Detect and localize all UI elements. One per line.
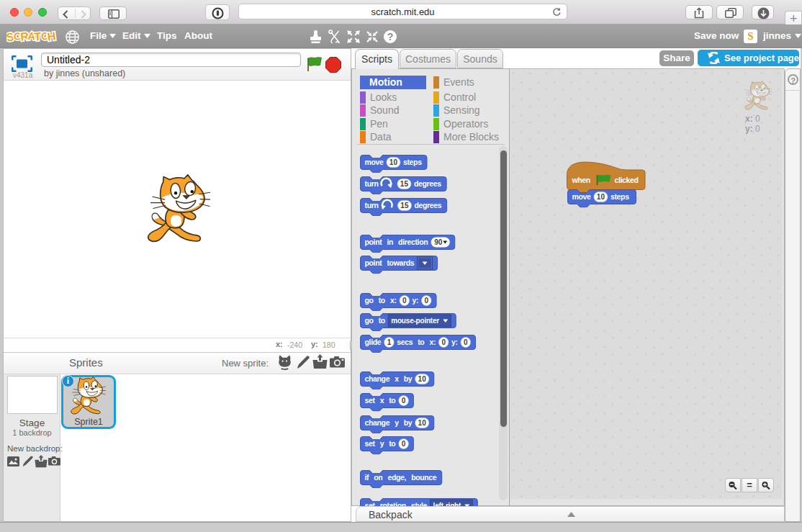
svg-text:point towards: point towards — [365, 259, 415, 267]
svg-text:1: 1 — [387, 338, 392, 346]
svg-text:set x to: set x to — [365, 397, 396, 405]
svg-text:steps: steps — [403, 158, 422, 166]
svg-text:change x by: change x by — [365, 375, 413, 383]
svg-text:10: 10 — [418, 418, 427, 426]
svg-text:steps: steps — [610, 193, 628, 201]
svg-text:when: when — [572, 176, 590, 184]
svg-text:15: 15 — [400, 201, 409, 209]
svg-text:secs to x:: secs to x: — [397, 338, 436, 346]
svg-text:change y by: change y by — [365, 419, 413, 427]
svg-text:go to: go to — [365, 317, 385, 325]
svg-text:90: 90 — [434, 238, 443, 245]
svg-text:y:: y: — [451, 338, 458, 346]
svg-text:H: H — [47, 30, 57, 42]
svg-text:turn: turn — [365, 180, 379, 188]
svg-text:left-right: left-right — [433, 501, 461, 505]
svg-text:0: 0 — [402, 296, 407, 304]
svg-text:10: 10 — [418, 374, 427, 382]
svg-text:0: 0 — [424, 296, 428, 304]
svg-text:10: 10 — [389, 158, 398, 166]
svg-text:0: 0 — [464, 338, 468, 346]
svg-text:0: 0 — [402, 397, 406, 405]
svg-text:if on edge, bounce: if on edge, bounce — [365, 474, 437, 482]
svg-text:set rotation style: set rotation style — [364, 502, 427, 506]
svg-text:set y to: set y to — [365, 440, 396, 448]
svg-text:clicked: clicked — [614, 176, 638, 184]
svg-text:10: 10 — [596, 193, 605, 201]
svg-text:0: 0 — [402, 440, 406, 448]
svg-text:degrees: degrees — [414, 180, 441, 188]
svg-text:0: 0 — [441, 338, 446, 346]
svg-text:y:: y: — [412, 297, 418, 305]
svg-text:degrees: degrees — [414, 202, 441, 209]
svg-text:glide: glide — [365, 338, 382, 346]
svg-text:point in direction: point in direction — [365, 238, 428, 246]
svg-text:move: move — [365, 158, 384, 166]
svg-text:15: 15 — [400, 179, 409, 187]
svg-text:mouse-pointer: mouse-pointer — [391, 316, 439, 324]
svg-text:go to x:: go to x: — [365, 297, 397, 305]
svg-text:move: move — [572, 193, 591, 201]
svg-text:turn: turn — [365, 202, 379, 209]
